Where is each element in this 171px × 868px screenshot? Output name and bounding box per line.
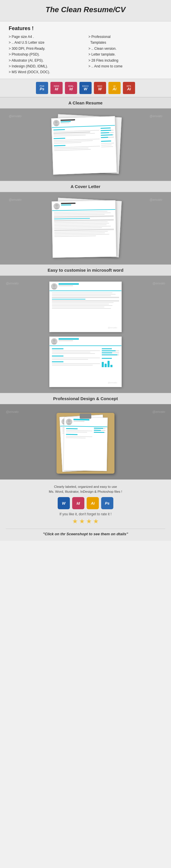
- star-3: ★: [86, 518, 92, 525]
- features-title: Features !: [9, 26, 162, 32]
- envato-watermark-4: @envato: [149, 198, 162, 202]
- svg-point-0: [55, 121, 58, 124]
- customize-name-2: [59, 338, 79, 345]
- features-columns: > Page size A4 . > .. And U.S Letter siz…: [9, 34, 162, 75]
- svg-point-10: [67, 420, 70, 423]
- footer: Clearly labeled, organized and easy to u…: [0, 479, 171, 541]
- format-icon-eps: EPS Ai: [123, 82, 135, 94]
- customize-card-1: @envato: [49, 281, 122, 332]
- footer-icon-word: W: [58, 497, 70, 509]
- svg-point-11: [67, 423, 71, 425]
- clean-resume-preview[interactable]: @envato @envato: [0, 108, 171, 181]
- section-professional-label: Professional Design & Concept: [0, 393, 171, 404]
- footer-icon-indd: Id: [72, 497, 84, 509]
- svg-point-4: [53, 284, 56, 287]
- customize-card-2: @envato: [49, 337, 122, 387]
- cp-avatar-2: [66, 418, 72, 425]
- cover-letter-stack: [46, 198, 125, 259]
- footer-icons: W Id Ai Ps: [6, 497, 165, 509]
- cover-letter-preview[interactable]: @envato @envato: [0, 192, 171, 265]
- svg-point-2: [55, 204, 58, 207]
- header: The Clean Resume/CV: [0, 0, 171, 22]
- feature-item: > Indesign (INDD, IDML).: [9, 63, 83, 69]
- envato-watermark-7: @envato: [6, 410, 19, 413]
- customize-doc-2: @envato: [49, 337, 122, 387]
- envato-doc-watermark: @envato: [108, 327, 117, 329]
- clipboard-container: [45, 410, 126, 474]
- feature-item: > .. Clean version.: [88, 46, 162, 52]
- customize-avatar-2: [51, 338, 57, 345]
- footer-icon-ai: Ai: [87, 497, 99, 509]
- resume-avatar: [53, 120, 60, 126]
- feature-item: > 28 Files including: [88, 58, 162, 63]
- resume-preview-stack: [46, 114, 125, 175]
- format-bar: PSD Ps INDD Id IDML Id DOCX W DOC W AI A…: [0, 79, 171, 97]
- svg-point-5: [52, 288, 57, 290]
- cover-mini-body: [52, 210, 116, 239]
- envato-watermark-6: @envato: [152, 281, 165, 285]
- features-col-1: > Page size A4 . > .. And U.S Letter siz…: [9, 34, 83, 75]
- customize-preview[interactable]: @envato @envato: [0, 276, 171, 393]
- cover-avatar: [53, 203, 60, 209]
- format-icon-ai: AI Ai: [108, 82, 120, 94]
- feature-item: > Allustrator (AI, EPS).: [9, 58, 83, 63]
- envato-watermark-8: @envato: [152, 410, 165, 413]
- stars-container: ★ ★ ★ ★: [6, 518, 165, 525]
- customize-mini-header-2: [50, 337, 121, 346]
- section-clean-resume-label: A Clean Resume: [0, 97, 171, 108]
- feature-item: > Professional: [88, 34, 162, 40]
- feature-item: > 300 DPI, Print-Ready.: [9, 46, 83, 52]
- envato-watermark-5: @envato: [6, 281, 19, 285]
- envato-watermark-2: @envato: [149, 114, 162, 118]
- star-4: ★: [93, 518, 99, 525]
- section-cover-letter-label: A Cover Letter: [0, 181, 171, 192]
- envato-watermark-1: @envato: [9, 114, 22, 118]
- svg-point-3: [55, 207, 59, 209]
- section-customize-label: Easy to customise in microsoft word: [0, 265, 171, 276]
- cover-card-front: [52, 200, 116, 258]
- format-icon-indd: INDD Id: [51, 82, 63, 94]
- clipboard-paper-2: [63, 416, 108, 471]
- format-icon-doc: DOC W: [94, 82, 106, 94]
- features-col-2: > Professional Tamplates > .. Clean vers…: [88, 34, 162, 75]
- features-section: Features ! > Page size A4 . > .. And U.S…: [0, 22, 171, 79]
- footer-icon-ps: Ps: [101, 497, 113, 509]
- customize-avatar-1: [51, 283, 57, 290]
- feature-item: > Letter tamplate.: [88, 52, 162, 57]
- star-1: ★: [72, 518, 78, 525]
- envato-doc-watermark-2: @envato: [108, 381, 117, 384]
- svg-point-7: [52, 343, 57, 345]
- format-icon-idml: IDML Id: [65, 82, 77, 94]
- star-2: ★: [79, 518, 85, 525]
- feature-item: > MS Word (DOCX, DOC).: [9, 69, 83, 75]
- resume-mini-body: [52, 126, 116, 152]
- svg-point-6: [53, 339, 56, 342]
- feature-item: > .. And more to come: [88, 63, 162, 69]
- clipboard-clip: [80, 413, 91, 418]
- format-icon-psd: PSD Ps: [36, 82, 48, 94]
- professional-preview[interactable]: @envato @envato: [0, 404, 171, 479]
- customize-mini-header-1: [50, 282, 121, 291]
- cover-mini-header: [52, 200, 115, 211]
- feature-item: > .. And U.S Letter size: [9, 40, 83, 45]
- feature-item: Tamplates: [88, 40, 162, 45]
- format-icon-docx: DOCX W: [79, 82, 92, 94]
- envato-watermark-3: @envato: [9, 198, 22, 202]
- rate-text: If you like it, don't forget to rate it …: [6, 512, 165, 516]
- svg-point-1: [54, 124, 59, 126]
- customize-name-1: [59, 283, 79, 290]
- click-text: "Click on thr Sceenshopt to see them on …: [6, 529, 165, 536]
- customize-doc-1: @envato: [49, 281, 122, 332]
- footer-description: Clearly labeled, organized and easy to u…: [6, 484, 165, 494]
- resume-card-front: [51, 116, 117, 175]
- page-title: The Clean Resume/CV: [6, 5, 165, 14]
- feature-item: > Photoshop (PSD).: [9, 52, 83, 57]
- cover-name-block: [61, 203, 75, 209]
- cp-name-2: [73, 418, 89, 425]
- feature-item: > Page size A4 .: [9, 34, 83, 40]
- resume-name-block: [61, 119, 75, 126]
